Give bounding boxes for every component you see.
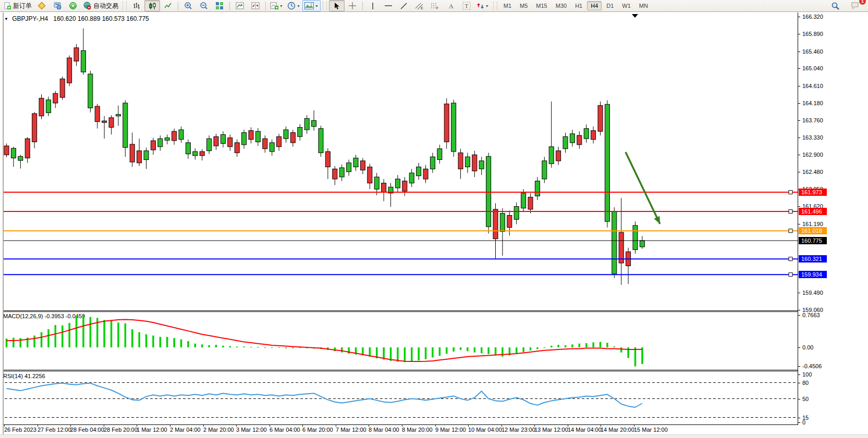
notification-badge: 1: [859, 0, 866, 5]
rsi-indicator-panel[interactable]: [0, 371, 798, 424]
timeframe-MN[interactable]: MN: [635, 1, 652, 10]
panel-separator[interactable]: [0, 310, 798, 311]
macd-indicator-panel[interactable]: [0, 312, 798, 370]
crosshair-button[interactable]: [345, 0, 360, 11]
macd-histogram-bar: [173, 338, 175, 347]
candle: [158, 139, 163, 147]
timeframe-M5[interactable]: M5: [516, 1, 531, 10]
zoom-out-button[interactable]: [196, 0, 212, 11]
new-order-button[interactable]: 新订单: [2, 0, 34, 11]
arrows-icon: [476, 2, 484, 10]
candle: [479, 161, 484, 169]
candles-layer: [4, 29, 644, 285]
line-anchor-handle[interactable]: [789, 257, 792, 261]
macd-histogram-bar: [460, 347, 462, 350]
autotrading-button[interactable]: 自动交易: [81, 0, 120, 11]
candle: [172, 131, 177, 141]
fibonacci-button[interactable]: F: [427, 0, 443, 11]
panel-separator[interactable]: [0, 370, 798, 370]
candlestick-chart-button[interactable]: [144, 0, 160, 11]
time-axis-label: 8 Mar 20:00: [402, 427, 433, 433]
rsi-axis-label: 80: [802, 380, 809, 386]
line-chart-button[interactable]: [160, 0, 176, 11]
autotrading-icon: [83, 2, 91, 10]
price-axis-label: 165.460: [802, 48, 823, 55]
timeframe-H4[interactable]: H4: [587, 1, 602, 10]
trendline-button[interactable]: [396, 0, 412, 11]
price-axis-tick: [798, 103, 800, 104]
cursor-button[interactable]: [329, 0, 345, 11]
macd-histogram-bar: [432, 347, 434, 357]
line-anchor-handle[interactable]: [789, 229, 792, 233]
timeframe-D1[interactable]: D1: [603, 1, 617, 10]
autotrading-label: 自动交易: [93, 2, 118, 10]
fibonacci-icon: F: [431, 2, 439, 10]
macd-histogram-bar: [557, 345, 559, 347]
candle: [521, 193, 526, 208]
macd-histogram-bar: [236, 346, 238, 347]
horizontal-line-button[interactable]: [381, 0, 396, 11]
add-indicator-button[interactable]: ▼: [268, 0, 285, 11]
price-axis-tick: [798, 86, 800, 86]
macd-histogram-bar: [397, 347, 399, 362]
window-left-splitter[interactable]: [0, 12, 4, 434]
price-axis-label: 164.180: [802, 100, 823, 106]
arrows-button[interactable]: ▼: [474, 0, 491, 11]
rsi-axis-label: 100: [802, 371, 812, 378]
indicator-window-button[interactable]: [232, 0, 248, 11]
macd-histogram-bar: [579, 344, 581, 347]
candle: [514, 207, 519, 220]
text-icon: A: [447, 2, 455, 9]
macd-histogram-bar: [243, 346, 245, 347]
timeframe-W1[interactable]: W1: [618, 1, 634, 10]
candle: [255, 131, 260, 142]
time-axis-label: 27 Feb 12:00: [38, 427, 71, 433]
data-window-button[interactable]: [50, 0, 65, 11]
candle: [430, 157, 435, 169]
candle: [88, 74, 93, 108]
period-window-button[interactable]: [248, 0, 263, 11]
macd-histogram-bar: [418, 347, 420, 360]
tile-windows-button[interactable]: [212, 0, 227, 11]
periods-button[interactable]: ▼: [285, 0, 302, 11]
candle: [423, 169, 428, 179]
timeframe-M30[interactable]: M30: [552, 1, 570, 10]
vertical-line-button[interactable]: [365, 0, 381, 11]
search-button[interactable]: [827, 0, 843, 11]
templates-button[interactable]: ▼: [302, 0, 321, 11]
timeframe-M1[interactable]: M1: [500, 1, 515, 10]
chart-shift-marker-icon[interactable]: [632, 14, 638, 18]
rsi-axis-label: 0: [802, 419, 805, 426]
drawn-arrow-annotation[interactable]: [626, 152, 660, 224]
zoom-in-button[interactable]: [180, 0, 196, 11]
macd-histogram-bar: [467, 347, 469, 351]
text-button[interactable]: A: [443, 0, 459, 11]
bar-chart-button[interactable]: [129, 0, 144, 11]
candle: [633, 226, 638, 250]
equidistant-channel-button[interactable]: E: [412, 0, 427, 11]
text-label-button[interactable]: T: [459, 0, 474, 11]
candle: [116, 115, 120, 116]
timeframe-H1[interactable]: H1: [571, 1, 586, 10]
main-price-chart[interactable]: [0, 12, 798, 310]
macd-histogram-bar: [425, 347, 427, 359]
macd-histogram-bar: [341, 347, 343, 353]
equidistant-channel-icon: E: [415, 2, 424, 10]
time-axis-label: 7 Mar 12:00: [336, 427, 366, 433]
candlestick-chart-icon: [149, 2, 156, 10]
macd-signal-line: [7, 320, 642, 362]
scrollbar-strip[interactable]: [0, 434, 868, 438]
timeframe-M15[interactable]: M15: [532, 1, 551, 10]
navigator-button[interactable]: [65, 0, 81, 11]
market-watch-button[interactable]: [34, 0, 50, 11]
rsi-axis-label: 50: [802, 396, 809, 402]
candle: [556, 151, 561, 161]
price-axis-label: 163.330: [802, 134, 823, 141]
dropdown-caret-icon: ▼: [297, 4, 300, 8]
price-axis-tick: [798, 137, 800, 138]
line-anchor-handle[interactable]: [789, 210, 792, 214]
line-anchor-handle[interactable]: [789, 273, 792, 277]
line-anchor-handle[interactable]: [789, 191, 792, 194]
notifications-button[interactable]: 1: [847, 0, 863, 11]
trendline-icon: [400, 2, 408, 10]
